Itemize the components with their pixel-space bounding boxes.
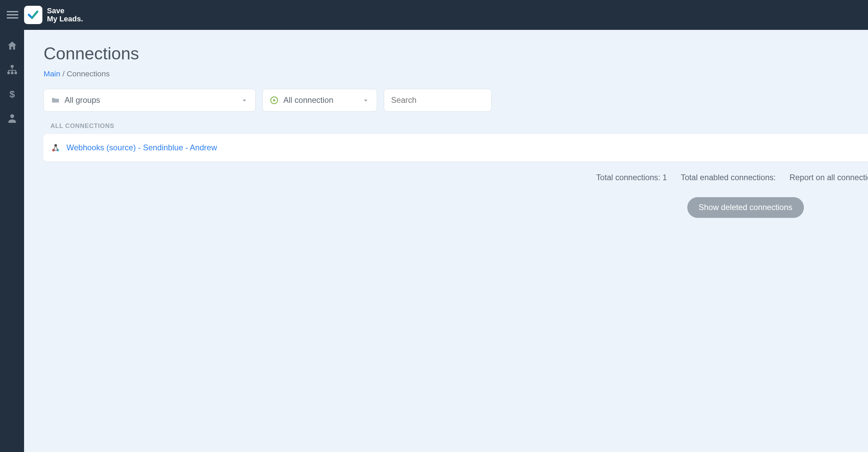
svg-rect-1 — [7, 14, 18, 16]
svg-rect-6 — [11, 72, 13, 74]
connection-filter-select[interactable]: All connection — [262, 89, 377, 112]
summary-enabled: Total enabled connections: — [681, 173, 776, 182]
user-icon — [6, 112, 18, 124]
chevron-down-icon — [362, 96, 370, 105]
connection-name-cell: Webhooks (source) - Sendinblue - Andrew — [51, 143, 868, 153]
th-all-connections: ALL CONNECTIONS — [51, 122, 868, 130]
logo[interactable]: Save My Leads. — [24, 6, 83, 24]
hamburger-icon — [7, 9, 18, 21]
svg-rect-7 — [15, 72, 17, 74]
connection-row: Webhooks (source) - Sendinblue - Andrew … — [43, 134, 868, 162]
main-content: Connections Main / Connections All group… — [24, 30, 868, 452]
connection-filter-label: All connection — [283, 96, 333, 105]
search-input[interactable] — [391, 96, 485, 105]
page-title: Connections — [43, 43, 868, 63]
show-deleted-button[interactable]: Show deleted connections — [687, 197, 804, 218]
table-header: ALL CONNECTIONS LOG / ERRORS UPDATE DATE… — [43, 122, 868, 134]
check-icon — [27, 8, 39, 21]
sidebar-connections[interactable] — [6, 64, 18, 76]
logo-text: Save My Leads. — [47, 7, 83, 23]
chevron-down-icon — [240, 96, 249, 105]
svg-rect-2 — [7, 17, 18, 19]
sitemap-icon — [6, 64, 18, 76]
connection-name-link[interactable]: Webhooks (source) - Sendinblue - Andrew — [66, 143, 217, 152]
sidebar-billing[interactable]: $ — [6, 88, 18, 100]
summary-row: Total connections: 1 Total enabled conne… — [43, 173, 868, 182]
svg-rect-5 — [7, 72, 9, 74]
summary-report-label: Report on all connections: — [790, 173, 868, 182]
svg-point-9 — [10, 114, 14, 118]
dollar-icon: $ — [6, 88, 18, 100]
sidebar-profile[interactable] — [6, 112, 18, 124]
sidebar: $ — [0, 30, 24, 452]
webhook-icon — [51, 143, 61, 153]
hamburger-menu-button[interactable] — [7, 9, 18, 21]
search-box[interactable] — [384, 89, 492, 112]
svg-rect-0 — [7, 11, 18, 13]
home-icon — [6, 40, 18, 52]
folder-icon — [51, 96, 60, 105]
logo-mark — [24, 6, 42, 24]
groups-select[interactable]: All groups — [43, 89, 255, 112]
breadcrumb: Main / Connections — [43, 69, 868, 78]
svg-text:$: $ — [9, 89, 15, 99]
sidebar-home[interactable] — [6, 40, 18, 52]
breadcrumb-current: Connections — [67, 69, 110, 78]
svg-rect-4 — [11, 65, 13, 68]
summary-total: Total connections: 1 — [596, 173, 667, 182]
filters-row: All groups All connection Creat — [43, 89, 868, 112]
groups-select-label: All groups — [64, 96, 100, 105]
play-circle-icon — [270, 96, 279, 105]
breadcrumb-main-link[interactable]: Main — [43, 69, 60, 78]
header-bar: Save My Leads. i LEADS usage: 38 of 2'00… — [0, 0, 868, 30]
